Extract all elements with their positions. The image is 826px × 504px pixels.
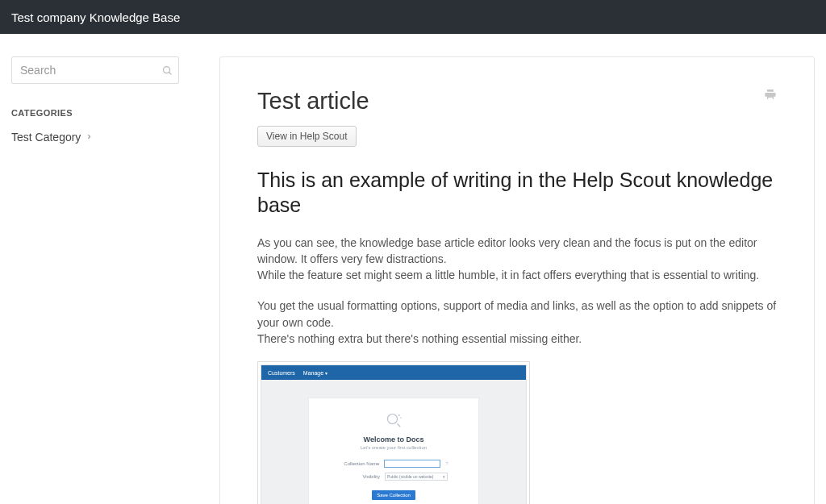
docs-icon [383,410,404,431]
article-card: Test article View in Help Scout This is … [219,56,815,504]
article-paragraph-1: As you can see, the knowledge base artic… [257,235,777,284]
top-navbar: Test company Knowledge Base [0,0,826,34]
embedded-screenshot: Customers Manage ▾ Welcome to [257,361,530,504]
caret-down-icon: ▾ [325,371,327,376]
embedded-nav-manage: Manage ▾ [303,370,327,376]
embedded-topnav: Customers Manage ▾ [261,365,526,380]
article-paragraph-2: You get the usual formatting options, su… [257,298,777,347]
svg-line-1 [169,72,172,74]
embedded-field-label: Visibility [340,474,380,479]
search-box[interactable] [11,56,179,84]
sidebar-item-label: Test Category [11,131,81,144]
sidebar: CATEGORIES Test Category [11,56,205,504]
embedded-row-collection-name: Collection Name ? [323,460,464,468]
search-icon [161,64,173,77]
embedded-panel: Welcome to Docs Let's create your first … [308,398,479,504]
site-title: Test company Knowledge Base [11,10,180,24]
embedded-row-visibility: Visibility Public (visible on website) ▾ [323,473,464,481]
svg-point-5 [400,418,402,419]
embedded-inner: Customers Manage ▾ Welcome to [261,364,527,504]
embedded-visibility-value: Public (visible on website) [387,474,434,479]
categories-heading: CATEGORIES [11,108,205,118]
svg-point-2 [388,414,398,424]
page-layout: CATEGORIES Test Category Test article Vi… [0,34,826,504]
help-icon: ? [445,461,448,466]
embedded-welcome-heading: Welcome to Docs [364,435,424,444]
article-heading: This is an example of writing in the Hel… [257,168,777,219]
embedded-subtitle: Let's create your first collection [361,445,427,450]
main-column: Test article View in Help Scout This is … [205,56,826,504]
print-icon[interactable] [764,88,777,104]
embedded-field-label: Collection Name [339,461,379,466]
search-input[interactable] [20,64,161,77]
svg-line-3 [398,424,401,427]
chevron-down-icon: ▾ [443,474,445,479]
view-in-help-scout-button[interactable]: View in Help Scout [257,126,357,147]
embedded-visibility-select: Public (visible on website) ▾ [385,473,448,481]
svg-point-0 [164,66,170,73]
svg-point-4 [398,414,400,416]
embedded-collection-name-input [384,460,440,468]
embedded-save-button: Save Collection [372,490,415,500]
embedded-nav-customers: Customers [268,370,295,376]
article-title: Test article [257,88,369,115]
article-header: Test article [257,88,777,115]
chevron-right-icon [86,133,93,142]
sidebar-item-test-category[interactable]: Test Category [11,131,205,144]
